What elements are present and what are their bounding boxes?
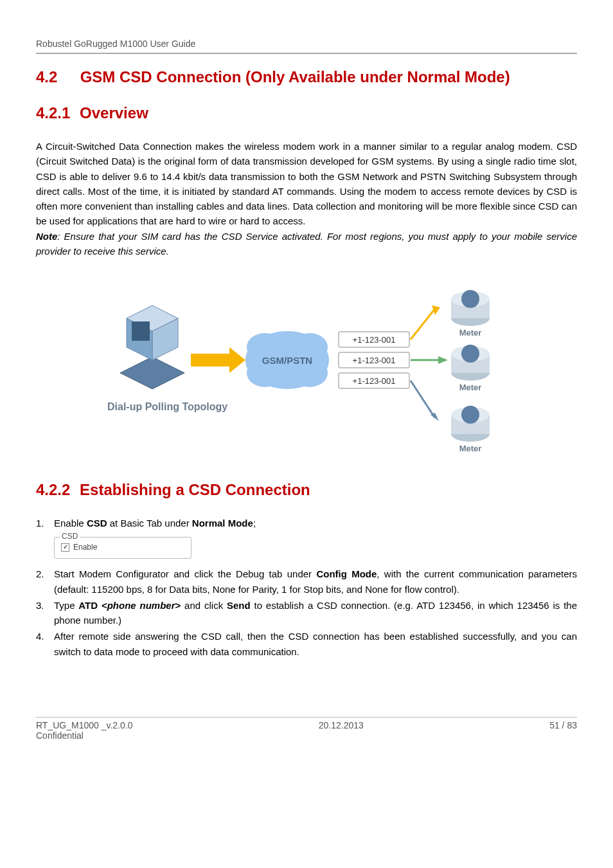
header-text: Robustel GoRugged M1000 User Guide xyxy=(36,39,577,49)
meter-label-2: Meter xyxy=(459,383,482,392)
meter-label-1: Meter xyxy=(459,328,482,338)
cloud-label: GSM/PSTN xyxy=(262,355,312,366)
steps-list-cont: Start Modem Configurator and click the D… xyxy=(36,566,577,659)
header-rule xyxy=(36,53,577,54)
page-footer: RT_UG_M1000 _v.2.0.0 Confidential 20.12.… xyxy=(36,720,577,741)
svg-marker-18 xyxy=(438,356,448,364)
subsection1-heading: 4.2.1 Overview xyxy=(36,104,577,122)
step-1: Enable CSD at Basic Tab under Normal Mod… xyxy=(54,516,577,530)
footer-center: 20.12.2013 xyxy=(319,720,364,741)
step3-bi: phone number xyxy=(107,600,175,611)
step1-b1: CSD xyxy=(87,518,107,529)
svg-rect-4 xyxy=(132,321,150,341)
svg-rect-5 xyxy=(191,354,229,366)
phone-label-2: +1-123-001 xyxy=(353,356,396,365)
step-3: Type ATD <phone number> and click Send t… xyxy=(54,598,577,628)
svg-line-15 xyxy=(411,309,435,339)
step3-b2: > xyxy=(175,600,181,611)
step2-pre: Start Modem Configurator and click the D… xyxy=(54,568,316,579)
section-title: GSM CSD Connection (Only Available under… xyxy=(80,68,510,86)
svg-point-32 xyxy=(461,406,479,424)
step-2: Start Modem Configurator and click the D… xyxy=(54,566,577,597)
step2-b1: Config Mode xyxy=(316,568,377,579)
phone-label-3: +1-123-001 xyxy=(353,376,396,386)
footer-right: 51 / 83 xyxy=(549,720,577,741)
step3-mid: and click xyxy=(181,600,227,611)
step3-pre: Type xyxy=(54,600,78,611)
enable-label: Enable xyxy=(73,543,97,552)
note-line: Note: Ensure that your SIM card has the … xyxy=(36,229,577,259)
svg-marker-0 xyxy=(120,357,184,389)
step1-post: ; xyxy=(253,518,256,529)
csd-panel: ✓ Enable xyxy=(54,537,191,559)
subsection1-number: 4.2.1 xyxy=(36,104,70,122)
note-label: Note xyxy=(36,231,57,242)
step-4: After remote side answering the CSD call… xyxy=(54,629,577,659)
svg-marker-6 xyxy=(229,347,245,373)
subsection2-number: 4.2.2 xyxy=(36,481,70,499)
enable-checkbox[interactable]: ✓ xyxy=(61,543,69,552)
note-body: : Ensure that your SIM card has the CSD … xyxy=(36,231,577,257)
section-heading: 4.2 GSM CSD Connection (Only Available u… xyxy=(36,68,577,86)
subsection2-title: Establishing a CSD Connection xyxy=(80,481,310,498)
step3-b3: Send xyxy=(227,600,251,611)
footer-left1: RT_UG_M1000 _v.2.0.0 xyxy=(36,720,132,730)
diagram-caption: Dial-up Polling Topology xyxy=(107,401,227,412)
footer-left2: Confidential xyxy=(36,730,132,741)
topology-diagram: GSM/PSTN +1-123-001 +1-123-001 +1-123-00… xyxy=(101,270,512,463)
step1-mid: at Basic Tab under xyxy=(107,518,192,529)
section-number: 4.2 xyxy=(36,68,76,86)
svg-point-24 xyxy=(461,290,479,308)
step1-b2: Normal Mode xyxy=(192,518,253,529)
step1-pre: Enable xyxy=(54,518,87,529)
svg-point-28 xyxy=(461,345,479,363)
svg-line-19 xyxy=(411,381,435,418)
step3-b1: ATD < xyxy=(78,600,107,611)
diagram-svg: GSM/PSTN +1-123-001 +1-123-001 +1-123-00… xyxy=(101,270,512,463)
phone-label-1: +1-123-001 xyxy=(353,335,396,345)
steps-list: Enable CSD at Basic Tab under Normal Mod… xyxy=(36,516,577,530)
meter-label-3: Meter xyxy=(459,444,482,453)
subsection1-title: Overview xyxy=(80,104,148,122)
subsection2-heading: 4.2.2 Establishing a CSD Connection xyxy=(36,481,577,499)
overview-paragraph: A Circuit-Switched Data Connection makes… xyxy=(36,139,577,229)
footer-rule xyxy=(36,717,577,718)
